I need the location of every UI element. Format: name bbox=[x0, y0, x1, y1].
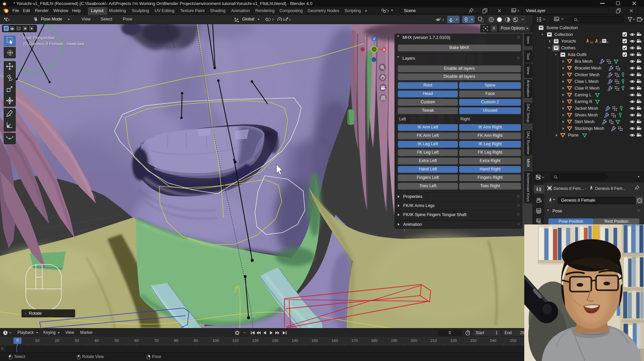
svg-text:2: 2 bbox=[607, 41, 608, 44]
svg-text:Z: Z bbox=[373, 37, 375, 41]
svg-text:2: 2 bbox=[599, 41, 601, 44]
svg-text:X: X bbox=[383, 48, 385, 51]
svg-text:12: 12 bbox=[590, 41, 593, 44]
